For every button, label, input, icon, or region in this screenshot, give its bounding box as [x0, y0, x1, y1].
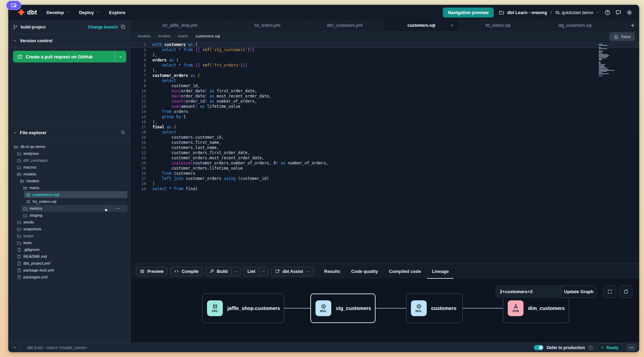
panel-tab-code-quality[interactable]: Code quality	[351, 269, 378, 274]
create-pr-button[interactable]: Create a pull request on GitHub	[13, 51, 126, 62]
command-input[interactable]: dbt build --select <model_name>	[27, 345, 87, 350]
copy-icon[interactable]	[121, 25, 125, 29]
split-caret[interactable]	[259, 267, 268, 276]
menu-explore[interactable]: Explore	[109, 10, 126, 15]
project-breadcrumb[interactable]: dbt Learn - mwong / SL quickstart demo	[499, 10, 599, 15]
code-line-10[interactable]: 10 min(order_date) as first_order_date,	[131, 89, 639, 94]
close-tab-icon[interactable]	[450, 24, 454, 27]
editor-tab-src_jaffle_shop.yml[interactable]: src_jaffle_shop.yml	[131, 20, 229, 31]
settings-gear-icon[interactable]	[626, 10, 632, 15]
code-line-22[interactable]: 22 customer_orders.first_order_date,	[131, 150, 639, 156]
save-button[interactable]: Save	[609, 32, 635, 41]
fullscreen-button[interactable]	[603, 285, 616, 298]
tree-item-staging[interactable]: staging	[8, 212, 130, 219]
editor-tab-fct_orders.yml[interactable]: fct_orders.yml	[229, 20, 306, 31]
code-line-14[interactable]: 14 from orders	[131, 109, 639, 114]
code-line-29[interactable]: 29select * from final	[131, 186, 639, 192]
lineage-node-customers[interactable]: MDLcustomers	[406, 293, 463, 323]
tree-item-README.md[interactable]: README.md	[8, 253, 130, 260]
code-line-1[interactable]: 1with customers as (	[131, 42, 639, 47]
compile-button[interactable]: Compile	[170, 267, 203, 276]
tree-item-models[interactable]: models	[8, 171, 130, 177]
build-button[interactable]: Build	[206, 267, 241, 276]
code-line-26[interactable]: 26 from customers	[131, 171, 639, 176]
status-more-button[interactable]	[626, 344, 636, 352]
tree-item-snapshots[interactable]: snapshots	[8, 226, 130, 232]
dbt-assist-button[interactable]: dbt Assist	[271, 267, 313, 276]
crumb-item[interactable]: customers.sql	[195, 34, 220, 38]
lineage-filter-input[interactable]: 2+customers+2	[495, 285, 561, 298]
preview-button[interactable]: Preview	[136, 267, 168, 276]
code-editor[interactable]: 1with customers as (2 select * from {{ r…	[131, 41, 639, 264]
change-branch-link[interactable]: Change branch	[88, 25, 118, 30]
file-explorer-header[interactable]: File explorer	[8, 126, 130, 139]
panel-tab-results[interactable]: Results	[324, 269, 340, 274]
code-line-3[interactable]: 3),	[131, 53, 639, 58]
lineage-canvas[interactable]: 2+customers+2 Update Graph SRCjaffle_sho…	[131, 279, 639, 343]
lineage-node-stg_customers[interactable]: MDLstg_customers	[310, 293, 376, 323]
menu-develop[interactable]: Develop	[47, 10, 70, 15]
pr-button-caret[interactable]	[115, 51, 126, 62]
defer-toggle[interactable]	[534, 345, 543, 350]
code-line-2[interactable]: 2 select * from {{ ref('stg_customers')}…	[131, 47, 639, 53]
crumb-item[interactable]: models	[138, 34, 150, 38]
code-line-18[interactable]: 18 select	[131, 130, 639, 135]
editor-tab-stg_customers.sql[interactable]: stg_customers.sql	[537, 20, 613, 31]
lint-button[interactable]: Lint	[243, 267, 268, 276]
lineage-node-jaffle_shop.customers[interactable]: SRCjaffle_shop.customers	[202, 293, 284, 323]
feedback-icon[interactable]	[616, 10, 621, 15]
code-line-4[interactable]: 4orders as (	[131, 58, 639, 63]
new-tab-icon[interactable]	[630, 23, 635, 28]
editor-tab-customers.sql[interactable]: customers.sql	[383, 20, 460, 31]
expand-console-button[interactable]	[8, 343, 21, 352]
tree-item-metrics[interactable]: metrics	[8, 205, 130, 212]
code-line-15[interactable]: 15 group by 1	[131, 114, 639, 119]
code-line-19[interactable]: 19 customers.customer_id,	[131, 135, 639, 140]
tree-item-.gitignore[interactable]: .gitignore	[8, 246, 130, 253]
tree-item-fct_orders.sql[interactable]: fct_orders.sql	[8, 198, 130, 205]
menu-deploy[interactable]: Deploy	[79, 10, 99, 15]
split-caret[interactable]	[231, 267, 240, 276]
tree-item-macros[interactable]: macros	[8, 164, 130, 171]
tree-item-seeds[interactable]: seeds	[8, 219, 130, 226]
panel-tab-lineage[interactable]: Lineage	[432, 269, 449, 274]
code-line-24[interactable]: 24 coalesce(customer_orders.number_of_or…	[131, 161, 639, 166]
navigation-preview-button[interactable]: Navigation preview	[443, 8, 494, 18]
version-control-header[interactable]: Version control	[8, 34, 130, 47]
row-menu-icon[interactable]	[115, 206, 120, 211]
refresh-graph-button[interactable]	[620, 285, 632, 298]
tree-item-models[interactable]: models	[8, 177, 130, 184]
update-graph-button[interactable]: Update Graph	[561, 285, 596, 298]
dbt-logo[interactable]: dbt	[17, 8, 37, 16]
code-line-16[interactable]: 16),	[131, 119, 639, 125]
crumb-item[interactable]: models	[158, 34, 171, 38]
code-line-27[interactable]: 27 left join customer_orders using (cust…	[131, 176, 639, 181]
crumb-item[interactable]: marts	[178, 34, 188, 38]
tree-item-tests[interactable]: tests	[8, 239, 130, 246]
code-line-20[interactable]: 20 customers.first_name,	[131, 140, 639, 145]
search-icon[interactable]	[120, 130, 125, 135]
code-line-8[interactable]: 8 select	[131, 78, 639, 83]
code-line-17[interactable]: 17final as (	[131, 125, 639, 130]
tree-item-customers.sql[interactable]: customers.sql	[8, 191, 130, 198]
tree-item-package-lock.yml[interactable]: package-lock.yml	[8, 267, 130, 274]
tree-item-target[interactable]: target	[8, 232, 130, 239]
code-line-28[interactable]: 28)	[131, 181, 639, 186]
tree-item-packages.yml[interactable]: packages.yml	[8, 274, 130, 280]
code-line-23[interactable]: 23 customer_orders.most_recent_order_dat…	[131, 156, 639, 161]
code-line-11[interactable]: 11 max(order_date) as most_recent_order_…	[131, 94, 639, 99]
tree-item-marts[interactable]: marts	[8, 184, 130, 191]
code-line-6[interactable]: 6),	[131, 68, 639, 73]
code-line-7[interactable]: 7customer_orders as (	[131, 73, 639, 78]
tree-item-dbt_project.yml[interactable]: dbt_project.yml	[8, 260, 130, 267]
code-line-12[interactable]: 12 count(order_id) as number_of_orders,	[131, 99, 639, 104]
code-line-5[interactable]: 5 select * from {{ ref('fct_orders')}}	[131, 63, 639, 68]
code-line-25[interactable]: 25 customer_orders.lifetime_value	[131, 166, 639, 171]
editor-tab-fct_orders.sql[interactable]: fct_orders.sql	[460, 20, 537, 31]
code-line-21[interactable]: 21 customers.last_name,	[131, 145, 639, 150]
tree-item-dbt_packages[interactable]: dbt_packages	[8, 157, 130, 164]
panel-tab-compiled-code[interactable]: Compiled code	[389, 269, 421, 274]
help-icon[interactable]	[605, 10, 610, 15]
tree-item-db-sl-qs-demo[interactable]: db-sl-qs-demo	[8, 143, 130, 150]
code-line-9[interactable]: 9 customer_id,	[131, 83, 639, 89]
